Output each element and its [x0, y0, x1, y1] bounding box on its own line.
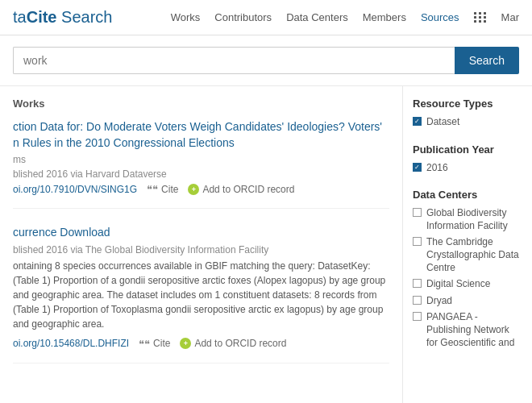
section-title: Works	[13, 98, 389, 110]
filter-label-2016: 2016	[426, 162, 448, 175]
logo[interactable]: taCite Search	[13, 8, 112, 27]
result-actions: oi.org/10.15468/DL.DHFIZI ❝❝ Cite + Add …	[13, 338, 389, 350]
result-author: ms	[13, 154, 389, 165]
result-published: blished 2016 via The Global Biodiversity…	[13, 244, 389, 256]
filter-item[interactable]: Dryad	[413, 295, 522, 308]
filter-item[interactable]: Dataset	[413, 116, 522, 129]
filter-label-digital-science: Digital Science	[426, 278, 490, 291]
filter-checkbox-cambridge[interactable]	[413, 237, 422, 246]
result-item: currence Download blished 2016 via The G…	[13, 225, 389, 364]
result-description: ontaining 8 species occurrences availabl…	[13, 259, 389, 331]
filter-data-centers-title: Data Centers	[413, 189, 522, 201]
filter-checkbox-pangaea[interactable]	[413, 312, 422, 321]
filter-checkbox-dryad[interactable]	[413, 296, 422, 305]
filter-resource-types-title: Resource Types	[413, 98, 522, 110]
result-published: blished 2016 via Harvard Dataverse	[13, 168, 389, 180]
filter-item[interactable]: Global Biodiversity Information Facility	[413, 207, 522, 232]
nav-contributors[interactable]: Contributors	[214, 11, 272, 23]
filter-label-pangaea: PANGAEA - Publishing Network for Geoscie…	[426, 311, 522, 349]
filter-resource-types: Resource Types Dataset	[413, 98, 522, 129]
filter-label-dryad: Dryad	[426, 295, 452, 308]
nav-works[interactable]: Works	[171, 11, 201, 23]
filter-label-cambridge: The Cambridge Crystallographic Data Cent…	[426, 236, 522, 274]
logo-brand-prefix: ta	[13, 8, 27, 26]
sidebar: Resource Types Dataset Publication Year …	[403, 86, 532, 403]
filter-label-dataset: Dataset	[426, 116, 459, 129]
filter-label-gbif: Global Biodiversity Information Facility	[426, 207, 522, 232]
cite-button[interactable]: ❝❝ Cite	[147, 183, 178, 195]
cite-label: Cite	[161, 184, 178, 195]
filter-item[interactable]: 2016	[413, 162, 522, 175]
filter-publication-year-title: Publication Year	[413, 143, 522, 156]
main-content: Works ction Data for: Do Moderate Voters…	[0, 86, 532, 403]
nav-data-centers[interactable]: Data Centers	[286, 11, 348, 23]
filter-checkbox-digital-science[interactable]	[413, 279, 422, 288]
cite-button[interactable]: ❝❝ Cite	[139, 338, 170, 350]
filter-data-centers: Data Centers Global Biodiversity Informa…	[413, 189, 522, 349]
filter-item[interactable]: PANGAEA - Publishing Network for Geoscie…	[413, 311, 522, 349]
orcid-icon: +	[188, 184, 199, 195]
filter-item[interactable]: The Cambridge Crystallographic Data Cent…	[413, 236, 522, 274]
main-nav: Works Contributors Data Centers Members …	[171, 11, 519, 23]
orcid-button[interactable]: + Add to ORCID record	[180, 338, 286, 349]
search-button[interactable]: Search	[455, 47, 519, 74]
logo-brand: Cite	[27, 8, 57, 26]
logo-suffix: Search	[56, 8, 112, 26]
result-actions: oi.org/10.7910/DVN/SING1G ❝❝ Cite + Add …	[13, 183, 389, 195]
filter-publication-year: Publication Year 2016	[413, 143, 522, 175]
quote-icon: ❝❝	[147, 183, 158, 195]
result-title[interactable]: ction Data for: Do Moderate Voters Weigh…	[13, 119, 389, 151]
filter-checkbox-gbif[interactable]	[413, 208, 422, 217]
filter-checkbox-dataset[interactable]	[413, 117, 422, 126]
grid-menu-icon[interactable]	[474, 12, 487, 23]
quote-icon: ❝❝	[139, 338, 150, 350]
result-item: ction Data for: Do Moderate Voters Weigh…	[13, 119, 389, 209]
filter-checkbox-2016[interactable]	[413, 163, 422, 172]
nav-sources[interactable]: Sources	[421, 11, 459, 23]
search-input[interactable]	[13, 47, 455, 74]
nav-members[interactable]: Members	[363, 11, 406, 23]
orcid-label: Add to ORCID record	[202, 184, 294, 195]
filter-item[interactable]: Digital Science	[413, 278, 522, 291]
result-doi[interactable]: oi.org/10.7910/DVN/SING1G	[13, 184, 137, 195]
nav-more[interactable]: Mar	[501, 11, 519, 23]
result-doi[interactable]: oi.org/10.15468/DL.DHFIZI	[13, 338, 129, 349]
results-area: Works ction Data for: Do Moderate Voters…	[0, 86, 403, 403]
header: taCite Search Works Contributors Data Ce…	[0, 0, 532, 35]
result-title[interactable]: currence Download	[13, 225, 389, 241]
orcid-button[interactable]: + Add to ORCID record	[188, 184, 294, 195]
cite-label: Cite	[153, 338, 170, 349]
orcid-label: Add to ORCID record	[194, 338, 286, 349]
orcid-icon: +	[180, 338, 191, 349]
search-bar: Search	[0, 35, 532, 86]
